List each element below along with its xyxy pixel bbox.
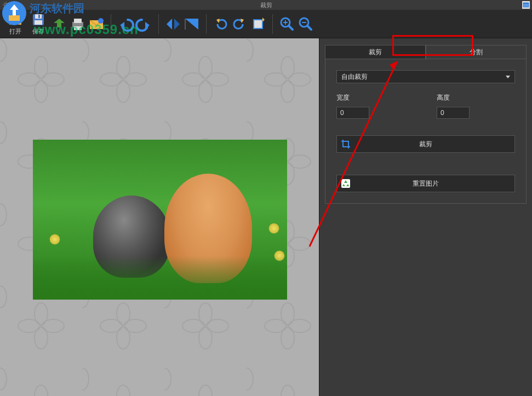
svg-rect-2 <box>523 3 529 4</box>
reset-button[interactable]: 重置图片 <box>336 175 515 192</box>
height-input[interactable]: 0 <box>437 107 470 119</box>
open-label: 打开 <box>9 27 21 36</box>
rotate-canvas-icon[interactable] <box>249 15 267 33</box>
width-input[interactable]: 0 <box>336 107 369 119</box>
side-panel: 裁剪 分割 自由裁剪 宽度 0 高度 <box>319 38 532 396</box>
crop-button-label: 裁剪 <box>419 140 432 149</box>
main-area: 裁剪 分割 自由裁剪 宽度 0 高度 <box>0 38 532 396</box>
crop-button[interactable]: 裁剪 <box>336 135 515 153</box>
width-value: 0 <box>340 109 344 117</box>
width-label: 宽度 <box>336 93 415 102</box>
svg-rect-22 <box>254 20 262 28</box>
watermark-url: www.pc0359.cn <box>34 22 139 37</box>
tab-crop-label: 裁剪 <box>369 48 382 57</box>
flip-vertical-icon[interactable] <box>183 15 201 33</box>
separator <box>158 14 159 34</box>
svg-marker-16 <box>167 19 172 30</box>
height-label: 高度 <box>437 93 515 102</box>
svg-marker-18 <box>185 19 198 30</box>
panel-body: 自由裁剪 宽度 0 高度 0 <box>325 59 527 204</box>
separator <box>206 14 207 34</box>
canvas-area[interactable] <box>0 38 319 396</box>
watermark-logo <box>1 0 27 26</box>
svg-marker-23 <box>262 18 265 22</box>
rotate-left-icon[interactable] <box>212 15 230 33</box>
reset-button-label: 重置图片 <box>413 179 439 188</box>
tab-crop[interactable]: 裁剪 <box>325 45 426 59</box>
svg-rect-40 <box>9 15 20 21</box>
crop-mode-value: 自由裁剪 <box>341 72 368 82</box>
rotate-right-icon[interactable] <box>231 15 248 33</box>
height-value: 0 <box>441 109 444 117</box>
tab-split[interactable]: 分割 <box>426 45 527 59</box>
flip-horizontal-icon[interactable] <box>164 15 182 33</box>
tabs: 裁剪 分割 <box>319 38 532 59</box>
svg-line-25 <box>289 26 293 30</box>
zoom-out-icon[interactable] <box>297 15 314 33</box>
svg-line-29 <box>307 26 311 30</box>
svg-marker-17 <box>174 19 180 30</box>
crop-icon <box>340 139 351 150</box>
chevron-down-icon <box>506 76 510 78</box>
tab-split-label: 分割 <box>470 48 483 57</box>
zoom-in-icon[interactable] <box>278 15 296 33</box>
watermark-site-name: 河东软件园 <box>30 1 84 16</box>
image-preview[interactable] <box>33 140 287 300</box>
recycle-icon <box>340 178 351 189</box>
window-title: 裁剪 <box>260 1 272 9</box>
crop-mode-dropdown[interactable]: 自由裁剪 <box>336 70 515 83</box>
separator <box>272 14 273 34</box>
window-icon[interactable] <box>522 1 530 9</box>
